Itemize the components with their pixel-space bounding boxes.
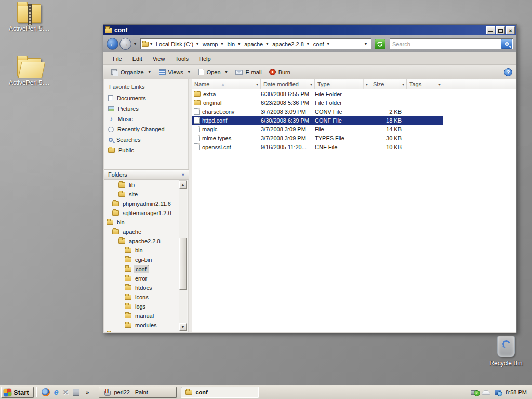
tree-item-sqlitemanager[interactable]: sqlitemanager1.2.0 [104, 208, 180, 218]
tree-item-conf[interactable]: conf [104, 264, 180, 274]
tool-icon[interactable]: ✕ [63, 388, 69, 396]
search-input[interactable] [390, 39, 501, 48]
file-row-charset-conv[interactable]: charset.conv 3/7/2008 3:09 PM CONV File … [192, 107, 443, 116]
favorite-music[interactable]: ♪ Music [104, 114, 188, 124]
column-header-date-modified[interactable]: Date modified [261, 79, 308, 89]
file-row-extra[interactable]: extra 6/30/2008 6:55 PM File Folder [192, 89, 443, 98]
favorite-recently-changed[interactable]: Recently Changed [104, 124, 188, 135]
task-button-paint[interactable]: perl22 - Paint [99, 387, 177, 398]
breadcrumb-item-apache[interactable]: apache▾ [242, 41, 270, 47]
status-icon[interactable] [482, 390, 490, 395]
menu-tools[interactable]: Tools [170, 54, 194, 63]
breadcrumb[interactable]: ▾ Local Disk (C:)▾ wamp▾ bin▾ apache▾ ap… [140, 38, 371, 49]
breadcrumb-item-conf[interactable]: conf▾ [311, 41, 331, 47]
open-button[interactable]: Open▼ [195, 67, 232, 77]
favorite-documents[interactable]: Documents [104, 93, 188, 103]
folder-icon [118, 182, 125, 188]
help-button[interactable]: ? [504, 68, 512, 76]
tree-item-apache[interactable]: apache [104, 227, 180, 236]
column-header-size[interactable]: Size [370, 79, 400, 89]
tree-item-bin2[interactable]: bin [104, 246, 180, 255]
desktop-icon-recycle-bin[interactable]: Recycle Bin [479, 336, 532, 367]
file-row-original[interactable]: original 6/23/2008 5:36 PM File Folder [192, 98, 443, 107]
column-filter-dropdown-icon[interactable]: ▼ [436, 79, 443, 89]
column-filter-dropdown-icon[interactable]: ▼ [308, 79, 315, 89]
scrollbar-thumb[interactable] [179, 238, 187, 290]
column-header-name[interactable]: Name▲ [192, 79, 254, 89]
refresh-button[interactable] [375, 39, 385, 49]
tree-item-manual[interactable]: manual [104, 311, 180, 321]
folder-icon [125, 295, 131, 300]
organize-button[interactable]: Organize▼ [108, 68, 155, 77]
burn-button[interactable]: Burn [265, 67, 294, 77]
tree-item-site[interactable]: site [104, 190, 180, 199]
minimize-button[interactable] [486, 26, 495, 34]
recent-pages-dropdown-icon[interactable]: ▼ [133, 42, 137, 46]
open-file-icon [198, 69, 204, 75]
breadcrumb-item-bin[interactable]: bin▾ [225, 41, 242, 47]
tree-item-htdocs[interactable]: htdocs [104, 283, 180, 292]
column-filter-dropdown-icon[interactable]: ▼ [254, 79, 261, 89]
scroll-up-button[interactable]: ▲ [179, 181, 187, 189]
tree-item-logs[interactable]: logs [104, 302, 180, 311]
file-row-mime-types[interactable]: mime.types 3/7/2008 3:09 PM TYPES File 3… [192, 134, 443, 142]
file-row-httpd-conf[interactable]: httpd.conf 6/30/2008 6:39 PM CONF File 1… [192, 116, 443, 125]
network-icon[interactable] [495, 390, 501, 395]
breadcrumb-item-wamp[interactable]: wamp▾ [201, 41, 225, 47]
tree-item-bin[interactable]: bin [104, 218, 180, 227]
column-filter-dropdown-icon[interactable]: ▼ [400, 79, 407, 89]
tree-item-phpmyadmin[interactable]: phpmyadmin2.11.6 [104, 199, 180, 208]
maximize-button[interactable] [496, 26, 505, 34]
task-button-conf[interactable]: conf [181, 387, 259, 398]
file-row-magic[interactable]: magic 3/7/2008 3:09 PM File 14 KB [192, 125, 443, 134]
column-filter-dropdown-icon[interactable]: ▼ [364, 79, 370, 89]
refresh-icon [377, 41, 383, 47]
tree-item-partial[interactable] [104, 330, 180, 332]
internet-explorer-icon[interactable]: e [54, 388, 59, 396]
favorite-pictures[interactable]: Pictures [104, 103, 188, 114]
tree-item-apache228[interactable]: apache2.2.8 [104, 236, 180, 246]
file-row-openssl-cnf[interactable]: openssl.cnf 9/16/2005 11:20... CNF File … [192, 142, 443, 151]
close-button[interactable]: × [506, 26, 515, 34]
tree-item-lib[interactable]: lib [104, 180, 180, 190]
overflow-chevron-icon[interactable]: » [86, 389, 89, 395]
menu-help[interactable]: Help [194, 54, 216, 63]
folder-icon [125, 267, 131, 272]
desktop-icon-activeperl-zip[interactable]: ActivePerl-5.... [2, 4, 56, 32]
folder-icon [17, 58, 41, 77]
title-bar[interactable]: conf × [103, 25, 516, 35]
firefox-icon[interactable] [42, 388, 50, 396]
search-box[interactable] [390, 38, 513, 49]
scroll-down-button[interactable]: ▼ [179, 323, 187, 331]
breadcrumb-item-local-disk[interactable]: Local Disk (C:)▾ [154, 41, 201, 47]
favorite-searches[interactable]: Searches [104, 135, 188, 145]
folder-icon [118, 238, 125, 244]
menu-edit[interactable]: Edit [127, 54, 148, 63]
start-button[interactable]: Start [1, 387, 34, 398]
safely-remove-hardware-icon[interactable] [471, 390, 477, 395]
recycle-bin-icon [497, 336, 515, 357]
search-button[interactable] [501, 39, 512, 49]
favorite-public[interactable]: Public [104, 145, 188, 155]
tree-item-icons[interactable]: icons [104, 292, 180, 302]
column-header-type[interactable]: Type [315, 79, 364, 89]
views-button[interactable]: Views▼ [155, 68, 195, 77]
tree-item-error[interactable]: error [104, 274, 180, 283]
address-history-dropdown-icon[interactable]: ▼ [362, 42, 370, 46]
chevron-down-icon[interactable]: ▾ [149, 42, 154, 46]
folders-band[interactable]: Folders ˅ [104, 169, 189, 180]
taskbar-divider [36, 387, 37, 397]
server-icon[interactable] [73, 389, 79, 396]
forward-button[interactable]: → [119, 38, 131, 50]
taskbar-clock[interactable]: 8:58 PM [506, 389, 527, 395]
tree-item-modules[interactable]: modules [104, 321, 180, 330]
tree-item-cgi-bin[interactable]: cgi-bin [104, 255, 180, 264]
column-header-tags[interactable]: Tags [407, 79, 436, 89]
back-button[interactable]: ← [107, 38, 118, 50]
tree-scrollbar[interactable]: ▲ ▼ [179, 180, 187, 331]
menu-view[interactable]: View [148, 54, 170, 63]
email-button[interactable]: E-mail [232, 68, 265, 77]
menu-file[interactable]: File [108, 54, 127, 63]
desktop-icon-activeperl-folder[interactable]: ActivePerl-5.... [2, 58, 56, 86]
breadcrumb-item-apache228[interactable]: apache2.2.8▾ [270, 41, 311, 47]
